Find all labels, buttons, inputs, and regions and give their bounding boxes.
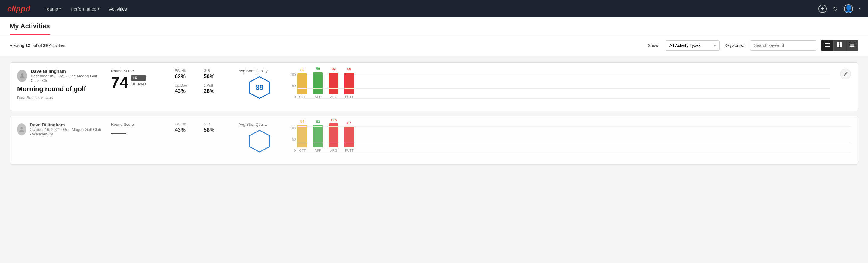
bar-rect [329,123,338,147]
brand-logo: clippd [7,4,30,13]
bar-rect [313,125,323,147]
bar-value: 89 [332,67,336,71]
hex-score: 89 [256,83,264,92]
bar-rect [298,125,307,147]
round-title: Morning round of golf [17,85,101,93]
metric-1putt: 1 Putt 28% [204,83,229,94]
metric-label: 1 Putt [204,83,229,88]
svg-rect-4 [840,42,842,45]
view-toggle-group [821,40,858,51]
metric-value: 62% [175,74,200,80]
chevron-down-icon: ▾ [59,7,61,11]
nav-item-teams[interactable]: Teams ▾ [45,4,61,13]
round-score-label: Round Score [111,122,165,127]
nav-item-performance[interactable]: Performance ▾ [71,4,99,13]
quality-label: Avg Shot Quality [239,122,268,127]
activity-type-select[interactable]: All Activity Types ▾ [665,40,720,51]
metric-value: 28% [204,88,229,94]
svg-rect-7 [850,43,855,43]
avatar [17,70,27,82]
y-label-100: 100 [290,126,296,130]
avg-shot-quality: Avg Shot Quality 89 [239,68,281,99]
page-header: My Activities [0,18,868,35]
list-view-button[interactable] [822,40,834,51]
y-label-0: 0 [294,95,296,99]
nav-activities-label: Activities [109,6,127,11]
metric-label: Up/Down [175,83,200,88]
chevron-down-icon: ▾ [98,7,99,11]
svg-marker-14 [249,130,270,152]
svg-rect-5 [837,45,839,47]
svg-rect-6 [840,45,842,47]
bar-rect [298,74,307,94]
card-left: Dave Billingham December 05, 2021 · Gog … [17,68,101,100]
svg-rect-2 [825,46,830,47]
bar-arg: 89 ARG [329,67,338,99]
avatar [17,123,26,136]
search-input[interactable] [750,40,816,51]
viewing-text: Viewing 12 out of 29 Activities [10,43,65,48]
bar-value: 85 [301,68,304,72]
shot-quality-chart: 100 50 0 85 OTT 90 [290,68,830,105]
nav-icons: + ↻ 👤 ▾ [818,4,861,13]
bar-value: 89 [347,67,351,71]
bar-arg: 106 ARG [329,118,338,152]
data-source: Data Source: Arccos [17,95,101,100]
refresh-icon[interactable]: ↻ [833,5,838,12]
svg-point-13 [21,127,23,129]
compact-view-button[interactable] [846,40,858,51]
user-details: Dave Billingham December 05, 2021 · Gog … [31,68,101,83]
bar-value: 94 [301,119,304,124]
add-icon[interactable]: + [818,4,827,13]
metric-value: 56% [204,127,229,133]
nav-performance-label: Performance [71,6,97,11]
metric-value: 50% [204,74,229,80]
show-label: Show: [648,43,659,48]
y-label-50: 50 [292,138,296,141]
nav-item-activities[interactable]: Activities [109,4,127,13]
holes-count: 18 Holes [131,82,146,86]
bar-value: 90 [316,67,320,71]
avg-shot-quality: Avg Shot Quality [239,122,281,153]
metric-value: 43% [175,127,200,133]
bar-rect [313,72,323,94]
bar-value: 106 [331,118,337,122]
hex-score-container [248,129,272,153]
activity-card: Dave Billingham December 05, 2021 · Gog … [10,62,858,111]
svg-rect-1 [825,45,830,45]
metric-value: 43% [175,88,200,94]
user-date: October 16, 2021 · Gog Magog Golf Club -… [30,127,101,136]
svg-point-11 [21,74,24,76]
grid-view-button[interactable] [834,40,846,51]
keywords-label: Keywords: [724,43,744,48]
metric-label: FW Hit [175,68,200,73]
y-label-100: 100 [290,73,296,77]
round-score-label: Round Score [111,68,165,73]
metric-label: FW Hit [175,122,200,126]
bar-app: 90 APP [313,67,323,99]
hex-score-container: 89 [248,76,272,99]
metric-fw-hit: FW Hit 43% [175,122,200,133]
chevron-down-icon: ▾ [714,43,716,48]
score-badge: +4 [131,75,146,81]
page-title: My Activities [10,22,50,35]
user-date: December 05, 2021 · Gog Magog Golf Club … [31,74,101,83]
svg-rect-9 [850,45,855,46]
metric-updown: Up/Down 43% [175,83,200,94]
user-avatar-icon[interactable]: 👤 [844,4,853,13]
bar-ott: 94 OTT [298,119,307,152]
card-metrics: FW Hit 43% GIR 56% [175,122,229,133]
edit-button[interactable] [840,68,851,80]
y-label-0: 0 [294,149,296,152]
score-row: 74 +4 18 Holes [111,74,165,90]
svg-rect-10 [850,46,855,47]
y-label-50: 50 [292,84,296,88]
card-stats: Round Score 74 +4 18 Holes [111,68,165,94]
metric-label: GIR [204,68,229,73]
bar-rect [329,72,338,94]
user-chevron-icon: ▾ [859,7,861,11]
card-metrics: FW Hit 62% GIR 50% Up/Down 43% 1 Putt 28… [175,68,229,94]
round-score-value: 74 [111,74,128,90]
metric-gir: GIR 50% [204,68,229,80]
user-name: Dave Billingham [31,68,101,74]
